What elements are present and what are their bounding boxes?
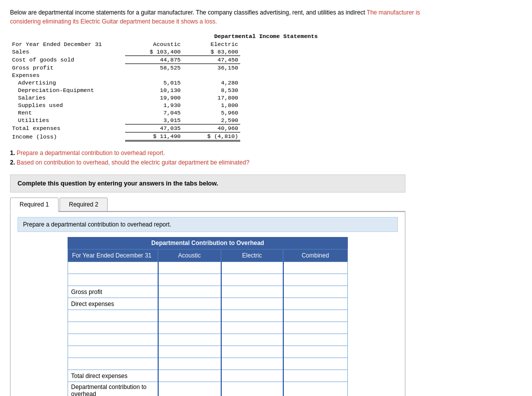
total-direct-expenses-label: Total direct expenses: [68, 370, 158, 382]
q2-text: Based on contribution to overhead, shoul…: [17, 159, 249, 166]
dept-header-combined: Combined: [283, 250, 348, 262]
de-acoustic-1[interactable]: [159, 310, 221, 322]
table-row: [68, 262, 348, 274]
question-1: 1. Prepare a departmental contribution t…: [10, 148, 522, 158]
direct-expenses-label: Direct expenses: [68, 298, 158, 310]
section-instruction-text: Prepare a departmental contribution to o…: [23, 221, 171, 228]
de-combined-2[interactable]: [284, 322, 348, 334]
tab-required-2[interactable]: Required 2: [60, 198, 108, 211]
electric-input[interactable]: [222, 274, 283, 286]
table-row: [68, 322, 348, 334]
table-row: Cost of goods sold 44,875 47,450: [10, 56, 240, 64]
table-row: Sales $ 103,400 $ 83,600: [10, 48, 240, 56]
income-statement-title: Departmental Income Statements: [10, 33, 522, 40]
dept-table-title: Departmental Contribution to Overhead: [68, 237, 348, 249]
table-row: Expenses: [10, 72, 240, 79]
q1-number: 1.: [10, 150, 15, 156]
dept-header-electric: Electric: [221, 250, 283, 262]
electric-input[interactable]: [222, 262, 283, 274]
instruction-text: Complete this question by entering your …: [18, 180, 218, 187]
gross-profit-acoustic[interactable]: [159, 286, 221, 298]
income-statement-section: Departmental Income Statements For Year …: [10, 33, 522, 142]
table-row: Direct expenses: [68, 298, 348, 310]
table-row: Income (loss) $ 11,490 $ (4,810): [10, 132, 240, 141]
dept-header-acoustic: Acoustic: [158, 250, 221, 262]
de-acoustic-3[interactable]: [159, 334, 221, 346]
de-combined-1[interactable]: [284, 310, 348, 322]
dept-contribution-table-wrapper: Departmental Contribution to Overhead Fo…: [68, 237, 348, 396]
tde-acoustic[interactable]: [159, 370, 221, 382]
tde-electric[interactable]: [222, 370, 283, 382]
tabs-row: Required 1 Required 2: [10, 198, 405, 212]
table-row: [68, 274, 348, 286]
de-acoustic-4[interactable]: [159, 346, 221, 358]
de-electric-2[interactable]: [222, 322, 283, 334]
dept-header-label: For Year Ended December 31: [68, 250, 158, 262]
table-row: Advertising 5,015 4,280: [10, 79, 240, 86]
instruction-bar: Complete this question by entering your …: [10, 174, 405, 192]
de-combined-5[interactable]: [284, 358, 348, 370]
table-row: Supplies used 1,930 1,800: [10, 102, 240, 109]
dept-contribution-table: For Year Ended December 31 Acoustic Elec…: [68, 249, 348, 396]
question-2: 2. Based on contribution to overhead, sh…: [10, 158, 522, 168]
dcto-electric[interactable]: [222, 382, 283, 396]
de-acoustic-2[interactable]: [159, 322, 221, 334]
header-col1: Acoustic: [125, 40, 183, 48]
de-combined-3[interactable]: [284, 334, 348, 346]
gross-profit-electric[interactable]: [222, 286, 283, 298]
intro-text-1: Below are departmental income statements…: [10, 9, 365, 16]
dept-table-header-row: For Year Ended December 31 Acoustic Elec…: [68, 250, 348, 262]
table-row: Rent 7,045 5,960: [10, 109, 240, 116]
de-electric-4[interactable]: [222, 346, 283, 358]
table-row: Utilities 3,015 2,590: [10, 116, 240, 124]
gross-profit-combined[interactable]: [284, 286, 348, 298]
table-row: [68, 334, 348, 346]
questions-section: 1. Prepare a departmental contribution t…: [10, 148, 522, 168]
table-row: [68, 310, 348, 322]
de-electric-5[interactable]: [222, 358, 283, 370]
table-row: Total expenses 47,035 40,960: [10, 124, 240, 132]
q1-text: Prepare a departmental contribution to o…: [17, 150, 165, 156]
combined-input[interactable]: [284, 274, 348, 286]
de-acoustic-5[interactable]: [159, 358, 221, 370]
table-row: Depreciation-Equipment 10,130 8,530: [10, 86, 240, 94]
header-col2: Electric: [183, 40, 240, 48]
combined-input[interactable]: [284, 262, 348, 274]
dcto-acoustic[interactable]: [159, 382, 221, 396]
dept-contribution-label: Departmental contribution to overhead: [68, 382, 158, 396]
intro-paragraph: Below are departmental income statements…: [10, 8, 420, 26]
acoustic-input[interactable]: [159, 262, 221, 274]
tde-combined[interactable]: [284, 370, 348, 382]
table-row: [68, 346, 348, 358]
table-row: Salaries 19,900 17,800: [10, 94, 240, 102]
table-row: [68, 358, 348, 370]
header-label: For Year Ended December 31: [10, 40, 125, 48]
tab-required-1[interactable]: Required 1: [10, 198, 59, 212]
gross-profit-label: Gross profit: [68, 286, 158, 298]
table-row: Gross profit: [68, 286, 348, 298]
de-electric-3[interactable]: [222, 334, 283, 346]
table-row: Total direct expenses: [68, 370, 348, 382]
de-combined-4[interactable]: [284, 346, 348, 358]
table-row: Gross profit 58,525 36,150: [10, 64, 240, 72]
income-statement-table: For Year Ended December 31 Acoustic Elec…: [10, 40, 240, 142]
acoustic-input[interactable]: [159, 274, 221, 286]
de-electric-1[interactable]: [222, 310, 283, 322]
table-row: Departmental contribution to overhead: [68, 382, 348, 396]
section-instruction: Prepare a departmental contribution to o…: [18, 217, 398, 232]
tab-content-required-1: Prepare a departmental contribution to o…: [10, 212, 405, 396]
income-table-header: For Year Ended December 31 Acoustic Elec…: [10, 40, 240, 48]
q2-number: 2.: [10, 159, 15, 166]
